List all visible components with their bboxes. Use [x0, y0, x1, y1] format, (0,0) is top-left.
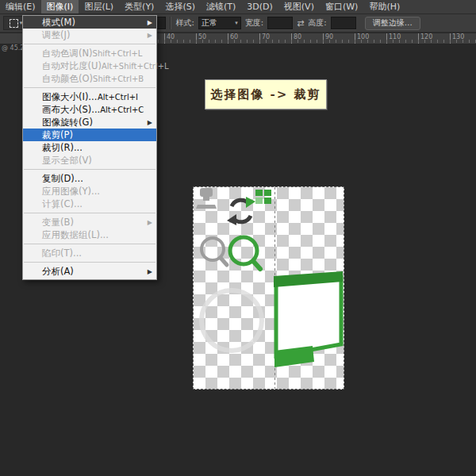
menu-bar-items: 编辑(E)图像(I)图层(L)类型(Y)选择(S)滤镜(T)3D(D)视图(V)…: [0, 0, 405, 13]
menu-item[interactable]: 图像旋转(G) ▶: [23, 116, 156, 129]
submenu-arrow-icon: ▶: [146, 219, 152, 226]
menu-item-label: 分析(A): [42, 266, 74, 278]
menu-item-shortcut: Alt+Ctrl+C: [100, 106, 152, 114]
menu-item[interactable]: 陷印(T)...: [23, 247, 156, 259]
height-input[interactable]: [331, 17, 356, 29]
menu-item[interactable]: 调整(J) ▶: [23, 29, 156, 41]
menu-item[interactable]: 分析(A) ▶: [23, 265, 156, 278]
height-label: 高度:: [308, 17, 326, 29]
menu-item-label: 显示全部(V): [42, 155, 92, 167]
sync-arrows-icon: [227, 197, 255, 225]
menu-item[interactable]: 裁剪(P): [23, 129, 156, 141]
gray-magnifier-icon: [202, 238, 227, 265]
menu-item-label: 复制(D)...: [42, 173, 83, 185]
menubar-item[interactable]: 滤镜(T): [201, 0, 241, 13]
menu-item-label: 调整(J): [42, 29, 70, 41]
green-grid-icon: [255, 190, 271, 204]
menu-item-label: 图像旋转(G): [42, 117, 93, 129]
refine-edge-button[interactable]: 调整边缘…: [365, 17, 420, 30]
menu-item-label: 应用图像(Y)...: [42, 186, 100, 198]
width-input[interactable]: [267, 17, 293, 29]
menubar-item[interactable]: 视图(V): [278, 0, 320, 13]
submenu-arrow-icon: ▶: [146, 32, 152, 39]
menu-item-shortcut: Alt+Shift+Ctrl+L: [102, 62, 177, 71]
document-title: @ 45.2%: [2, 44, 23, 52]
menu-separator: [24, 262, 155, 263]
options-separator: [170, 17, 171, 29]
faint-circle-icon: [202, 290, 262, 351]
swap-dimensions-icon[interactable]: ⇄: [297, 18, 304, 29]
style-value: 正常: [202, 17, 217, 29]
menu-item-label: 应用数据组(L)...: [42, 229, 109, 241]
menu-item-label: 自动对比度(U): [42, 60, 102, 72]
canvas-artwork: [194, 187, 344, 389]
menu-item[interactable]: 复制(D)...: [23, 172, 156, 185]
menubar-item[interactable]: 编辑(E): [0, 0, 41, 13]
menu-item-label: 计算(C)...: [42, 198, 83, 210]
menubar-item[interactable]: 图像(I): [41, 0, 79, 13]
menu-separator: [24, 169, 155, 170]
menu-item[interactable]: 图像大小(I)... Alt+Ctrl+I: [23, 90, 156, 103]
menubar-item[interactable]: 选择(S): [159, 0, 201, 13]
menubar-item[interactable]: 3D(D): [241, 0, 278, 13]
image-menu-items: 模式(M) ▶ 调整(J) ▶ 自动色调(N) Shift+Ctrl+L 自动对…: [23, 16, 156, 278]
menu-item-label: 变量(B): [42, 217, 74, 228]
width-label: 宽度:: [245, 17, 263, 29]
menu-separator: [24, 213, 155, 213]
menu-item-label: 裁切(R)...: [42, 142, 83, 154]
menu-item[interactable]: 裁切(R)...: [23, 141, 156, 154]
green-magnifier-icon: [230, 237, 260, 269]
menu-item[interactable]: 变量(B) ▶: [23, 216, 156, 228]
stamp-icon: [196, 188, 217, 209]
submenu-arrow-icon: ▶: [146, 119, 152, 126]
menu-separator: [24, 244, 155, 244]
menu-item-label: 自动色调(N): [42, 48, 93, 60]
menu-item[interactable]: 自动对比度(U) Alt+Shift+Ctrl+L: [23, 60, 156, 72]
annotation-callout: 选择图像 -> 裁剪: [205, 79, 327, 109]
menu-item[interactable]: 自动颜色(O) Shift+Ctrl+B: [23, 72, 156, 85]
menu-item[interactable]: 自动色调(N) Shift+Ctrl+L: [23, 47, 156, 60]
photoshop-window: 编辑(E)图像(I)图层(L)类型(Y)选择(S)滤镜(T)3D(D)视图(V)…: [0, 0, 476, 476]
image-menu-dropdown: 模式(M) ▶ 调整(J) ▶ 自动色调(N) Shift+Ctrl+L 自动对…: [22, 15, 157, 280]
menu-item-shortcut: Alt+Ctrl+I: [98, 93, 146, 102]
style-label: 样式:: [175, 17, 194, 29]
menubar-item[interactable]: 窗口(W): [320, 0, 363, 13]
menu-item[interactable]: 画布大小(S)... Alt+Ctrl+C: [23, 103, 156, 116]
menu-item-label: 自动颜色(O): [42, 73, 93, 85]
menu-item[interactable]: 计算(C)...: [23, 198, 156, 210]
menu-bar: 编辑(E)图像(I)图层(L)类型(Y)选择(S)滤镜(T)3D(D)视图(V)…: [0, 0, 476, 14]
menu-item[interactable]: 应用数据组(L)...: [23, 228, 156, 241]
style-select[interactable]: 正常 ▾: [198, 17, 241, 29]
menu-item-label: 图像大小(I)...: [42, 91, 97, 103]
menubar-item[interactable]: 类型(Y): [119, 0, 159, 13]
chevron-down-icon: ▾: [235, 17, 238, 29]
menubar-item[interactable]: 帮助(H): [363, 0, 405, 13]
green-screen-shape: [274, 271, 343, 367]
menu-separator: [24, 87, 155, 88]
submenu-arrow-icon: ▶: [146, 268, 152, 275]
menu-item-label: 陷印(T)...: [42, 248, 82, 259]
menu-item-label: 模式(M): [42, 17, 75, 29]
menu-separator: [24, 44, 155, 44]
menu-item-label: 裁剪(P): [42, 129, 73, 141]
canvas[interactable]: [193, 186, 344, 390]
submenu-arrow-icon: ▶: [146, 19, 152, 26]
menu-item[interactable]: 显示全部(V): [23, 154, 156, 167]
menubar-item[interactable]: 图层(L): [79, 0, 119, 13]
menu-item-shortcut: Shift+Ctrl+B: [93, 75, 152, 83]
menu-item[interactable]: 模式(M) ▶: [23, 16, 156, 29]
rectangular-marquee-icon: [10, 19, 18, 28]
menu-item[interactable]: 应用图像(Y)...: [23, 185, 156, 198]
menu-item-label: 画布大小(S)...: [42, 104, 100, 116]
menu-item-shortcut: Shift+Ctrl+L: [93, 49, 151, 58]
